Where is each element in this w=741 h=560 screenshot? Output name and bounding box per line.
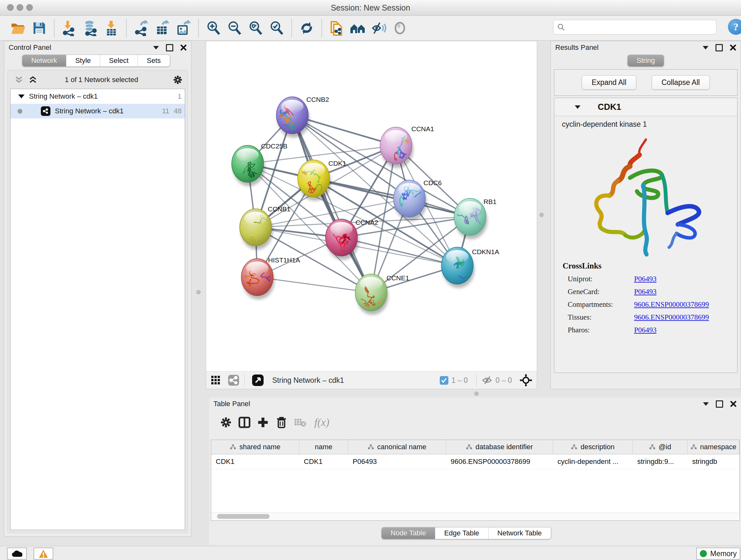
search-input[interactable] [567,23,716,32]
network-canvas[interactable]: CCNB2CCNA1CDC25BCDK1CDC6RB1CCNB1CCNA2CDK… [206,41,537,371]
zoom-in-button[interactable] [205,19,222,37]
copy-network-button[interactable] [328,19,346,37]
show-columns-button[interactable] [235,415,254,430]
table-options-button[interactable] [217,415,235,430]
close-icon [730,44,736,51]
hide-selected-button[interactable] [370,19,388,37]
crosslink-compartments[interactable]: 9606.ENSP00000378699 [634,300,709,309]
crosslink-tissues[interactable]: 9606.ENSP00000378699 [634,313,709,321]
panel-menu-button[interactable] [703,402,709,406]
network-node-CDC25B[interactable] [232,145,264,182]
chevron-down-icon [703,46,709,50]
zoom-out-button[interactable] [226,19,244,37]
export-table-button[interactable] [153,19,172,37]
column-header-shared-name[interactable]: shared name [211,440,299,454]
column-header-description[interactable]: description [553,440,633,454]
column-header-namespace[interactable]: namespace [688,440,739,454]
fit-content-button[interactable] [520,374,532,387]
panel-float-button[interactable] [716,400,723,408]
collapse-all-button[interactable]: Collapse All [652,75,710,90]
open-session-button[interactable] [9,19,27,37]
export-image-button[interactable] [175,19,192,37]
crosslink-uniprot[interactable]: P06493 [634,275,657,283]
column-header-database-identifier[interactable]: database identifier [446,440,553,454]
network-view-title: String Network – cdk1 [272,376,344,385]
selected-indicator-checkbox[interactable] [440,376,448,385]
column-header-canonical-name[interactable]: canonical name [348,440,446,454]
zoom-fit-button[interactable] [247,19,265,37]
memory-button[interactable]: Memory [696,548,740,560]
network-collection-row[interactable]: String Network – cdk1 1 [10,89,185,104]
panel-float-button[interactable] [166,44,173,51]
network-node-CDC6[interactable] [394,180,425,217]
delete-column-button[interactable] [272,415,291,430]
scrollbar-thumb[interactable] [217,514,270,519]
table-cell[interactable]: cyclin-dependent ... [553,454,633,469]
tree-expand-icon[interactable] [18,95,24,98]
network-app-button[interactable] [228,374,239,386]
splitter-handle[interactable] [539,212,544,217]
table-cell[interactable]: stringdb:9... [633,454,688,469]
tab-network[interactable]: Network [22,55,66,66]
tab-string-results[interactable]: String [628,55,664,66]
table-cell[interactable]: CDK1 [211,454,299,469]
panel-close-button[interactable] [730,401,737,407]
import-network-from-database-button[interactable] [81,19,99,37]
network-view-toolbar: String Network – cdk1 1 – 0 0 – 0 [206,371,537,389]
cloud-status-button[interactable] [7,548,27,560]
import-table-button[interactable] [103,19,120,37]
tab-network-table[interactable]: Network Table [488,527,551,539]
network-edge[interactable] [314,179,470,217]
warnings-button[interactable] [33,548,53,560]
column-header-name[interactable]: name [299,440,348,454]
tab-edge-table[interactable]: Edge Table [435,527,488,539]
tab-style[interactable]: Style [66,55,100,66]
tab-sets[interactable]: Sets [138,55,170,66]
crosslink-pharos[interactable]: P06493 [634,326,657,334]
save-session-button[interactable] [30,19,48,37]
panel-menu-button[interactable] [153,46,159,50]
birdseye-view-button[interactable] [252,374,264,386]
export-network-button[interactable] [132,19,150,37]
crosslink-genecard[interactable]: P06493 [634,288,657,296]
panel-float-button[interactable] [716,44,723,51]
table-cell[interactable]: P06493 [348,454,446,469]
collapse-all-networks-button[interactable] [15,76,23,84]
global-search-field[interactable] [553,20,717,35]
zoom-selected-button[interactable] [268,19,286,37]
panel-menu-button[interactable] [703,46,709,50]
table-cell[interactable]: 9606.ENSP00000378699 [446,454,553,469]
table-cell[interactable]: stringdb [688,454,739,469]
table-cell[interactable]: CDK1 [299,454,348,469]
show-hidden-button[interactable] [391,19,409,37]
gene-section-header[interactable]: CDK1 [554,98,737,116]
splitter-handle[interactable] [474,391,479,396]
panel-close-button[interactable] [730,44,736,51]
expand-all-networks-button[interactable] [29,76,37,84]
import-network-button[interactable] [60,19,78,37]
gear-icon [173,75,183,84]
node-label-CDC25B: CDC25B [261,142,287,150]
expand-all-button[interactable]: Expand All [582,75,636,90]
network-row[interactable]: String Network – cdk1 11 48 [10,104,185,118]
network-options-button[interactable] [173,75,183,84]
network-node-CCNA2[interactable] [326,219,357,256]
column-header--id[interactable]: @id [633,440,688,454]
horizontal-scrollbar[interactable] [211,512,739,520]
network-node-HIST1H1A[interactable] [241,259,273,296]
splitter-handle[interactable] [196,290,201,294]
function-builder-button-disabled: f(x) [314,416,329,428]
network-edge[interactable] [292,115,371,293]
show-all-networks-button[interactable] [349,19,367,37]
table-row[interactable]: CDK1CDK1P064939606.ENSP00000378699cyclin… [211,454,739,469]
network-node-RB1[interactable] [454,198,486,235]
section-collapse-icon [575,105,581,109]
network-node-CCNB1[interactable] [240,204,272,246]
tab-select[interactable]: Select [100,55,138,66]
tab-node-table[interactable]: Node Table [382,527,435,539]
node-label-CCNA1: CCNA1 [411,125,434,132]
apply-layout-button[interactable] [298,19,316,37]
grid-view-button[interactable] [211,375,221,385]
panel-close-button[interactable] [180,44,187,51]
create-column-button[interactable] [254,415,272,430]
